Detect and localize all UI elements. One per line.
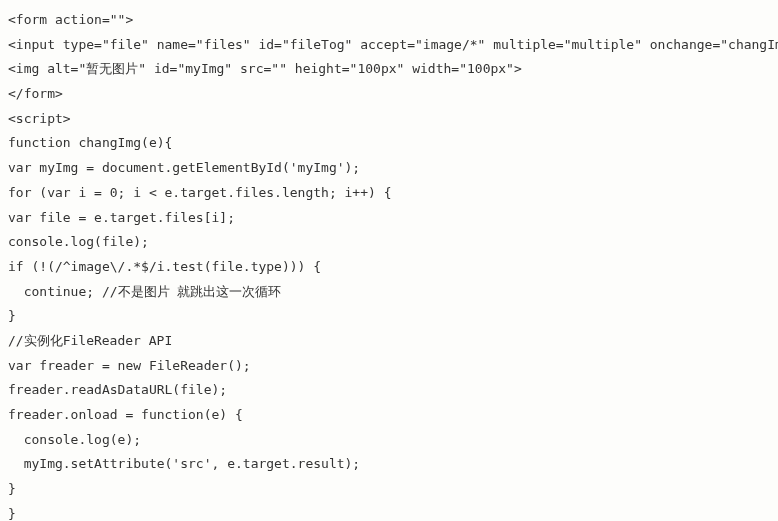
- code-line: freader.onload = function(e) {: [8, 403, 770, 428]
- code-block: <form action=""> <input type="file" name…: [8, 8, 770, 521]
- code-line: if (!(/^image\/.*$/i.test(file.type))) {: [8, 255, 770, 280]
- code-line: }: [8, 477, 770, 502]
- code-line: function changImg(e){: [8, 131, 770, 156]
- code-line: <img alt="暂无图片" id="myImg" src="" height…: [8, 57, 770, 82]
- code-line: var freader = new FileReader();: [8, 354, 770, 379]
- code-line: myImg.setAttribute('src', e.target.resul…: [8, 452, 770, 477]
- code-line: console.log(file);: [8, 230, 770, 255]
- code-line: </form>: [8, 82, 770, 107]
- code-line: freader.readAsDataURL(file);: [8, 378, 770, 403]
- code-line: }: [8, 304, 770, 329]
- code-line: console.log(e);: [8, 428, 770, 453]
- code-line: var myImg = document.getElementById('myI…: [8, 156, 770, 181]
- code-line: <input type="file" name="files" id="file…: [8, 33, 770, 58]
- code-line: }: [8, 502, 770, 521]
- code-line: var file = e.target.files[i];: [8, 206, 770, 231]
- code-line: //实例化FileReader API: [8, 329, 770, 354]
- code-line: <form action="">: [8, 8, 770, 33]
- code-line: <script>: [8, 107, 770, 132]
- code-line: continue; //不是图片 就跳出这一次循环: [8, 280, 770, 305]
- code-line: for (var i = 0; i < e.target.files.lengt…: [8, 181, 770, 206]
